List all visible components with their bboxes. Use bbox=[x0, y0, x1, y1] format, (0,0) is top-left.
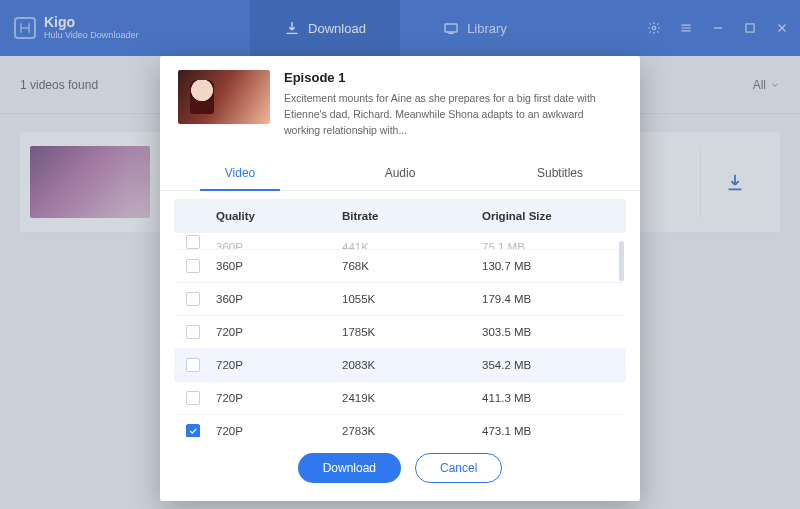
tab-label: Video bbox=[225, 166, 255, 180]
cell-bitrate: 1785K bbox=[342, 326, 482, 338]
row-checkbox[interactable] bbox=[186, 358, 200, 372]
cell-quality: 720P bbox=[212, 425, 342, 437]
row-checkbox[interactable] bbox=[186, 391, 200, 405]
row-checkbox[interactable] bbox=[186, 259, 200, 273]
cell-quality: 720P bbox=[212, 392, 342, 404]
cell-size: 473.1 MB bbox=[482, 425, 626, 437]
cell-bitrate: 2783K bbox=[342, 425, 482, 437]
row-checkbox[interactable] bbox=[186, 235, 200, 249]
table-row[interactable]: 720P2783K473.1 MB bbox=[174, 415, 626, 437]
cell-quality: 360P bbox=[212, 260, 342, 272]
episode-thumbnail bbox=[178, 70, 270, 124]
episode-description: Excitement mounts for Aine as she prepar… bbox=[284, 91, 622, 138]
modal-actions: Download Cancel bbox=[160, 453, 640, 483]
row-checkbox[interactable] bbox=[186, 424, 200, 437]
row-checkbox[interactable] bbox=[186, 325, 200, 339]
scrollbar[interactable] bbox=[619, 241, 624, 281]
col-bitrate: Bitrate bbox=[342, 210, 482, 222]
table-row[interactable]: 360P768K130.7 MB bbox=[174, 250, 626, 283]
modal-tabs: Video Audio Subtitles bbox=[160, 156, 640, 191]
button-label: Download bbox=[323, 461, 376, 475]
cell-bitrate: 2419K bbox=[342, 392, 482, 404]
download-button[interactable]: Download bbox=[298, 453, 401, 483]
modal-overlay: Episode 1 Excitement mounts for Aine as … bbox=[0, 0, 800, 509]
table-row[interactable]: 720P1785K303.5 MB bbox=[174, 316, 626, 349]
tab-label: Audio bbox=[385, 166, 416, 180]
table-row[interactable]: 360P1055K179.4 MB bbox=[174, 283, 626, 316]
cell-bitrate: 2083K bbox=[342, 359, 482, 371]
cell-bitrate: 441K bbox=[342, 241, 482, 250]
row-checkbox[interactable] bbox=[186, 292, 200, 306]
table-header: Quality Bitrate Original Size bbox=[174, 199, 626, 233]
cell-size: 411.3 MB bbox=[482, 392, 626, 404]
button-label: Cancel bbox=[440, 461, 477, 475]
table-rows: 360P441K75.1 MB360P768K130.7 MB360P1055K… bbox=[174, 233, 626, 437]
cell-size: 75.1 MB bbox=[482, 241, 626, 250]
tab-video[interactable]: Video bbox=[160, 156, 320, 190]
cell-size: 354.2 MB bbox=[482, 359, 626, 371]
table-row[interactable]: 720P2083K354.2 MB bbox=[174, 349, 626, 382]
cell-bitrate: 768K bbox=[342, 260, 482, 272]
cell-size: 130.7 MB bbox=[482, 260, 626, 272]
download-modal: Episode 1 Excitement mounts for Aine as … bbox=[160, 56, 640, 501]
table-row[interactable]: 720P2419K411.3 MB bbox=[174, 382, 626, 415]
tab-label: Subtitles bbox=[537, 166, 583, 180]
episode-title: Episode 1 bbox=[284, 70, 622, 85]
cell-quality: 360P bbox=[212, 293, 342, 305]
cell-quality: 720P bbox=[212, 359, 342, 371]
cancel-button[interactable]: Cancel bbox=[415, 453, 502, 483]
table-row[interactable]: 360P441K75.1 MB bbox=[174, 233, 626, 250]
col-quality: Quality bbox=[212, 210, 342, 222]
cell-quality: 720P bbox=[212, 326, 342, 338]
cell-size: 179.4 MB bbox=[482, 293, 626, 305]
col-size: Original Size bbox=[482, 210, 626, 222]
cell-bitrate: 1055K bbox=[342, 293, 482, 305]
tab-subtitles[interactable]: Subtitles bbox=[480, 156, 640, 190]
cell-size: 303.5 MB bbox=[482, 326, 626, 338]
cell-quality: 360P bbox=[212, 241, 342, 250]
tab-audio[interactable]: Audio bbox=[320, 156, 480, 190]
